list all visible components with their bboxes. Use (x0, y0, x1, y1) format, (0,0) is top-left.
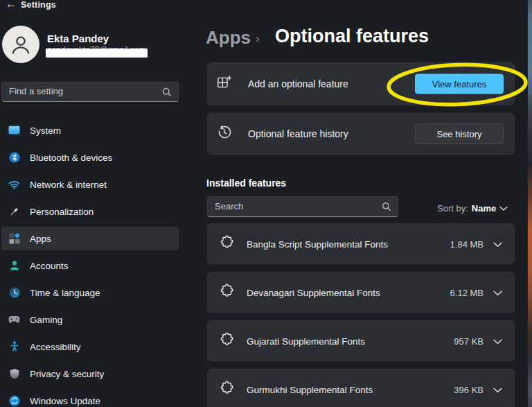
puzzle-icon (219, 332, 233, 349)
chevron-down-icon (499, 202, 508, 214)
profile-name: Ekta Pandey (47, 33, 109, 44)
chevron-down-icon[interactable] (493, 286, 502, 299)
add-optional-feature-card: Add an optional feature View features (207, 62, 515, 105)
search-icon (162, 87, 172, 100)
feature-name: Bangla Script Supplemental Fonts (247, 239, 388, 249)
personalization-icon (8, 206, 20, 218)
person-icon (9, 33, 33, 56)
sidebar-item-system[interactable]: System (1, 119, 179, 142)
feature-size: 1.84 MB (450, 239, 484, 249)
feature-size: 6.12 MB (450, 287, 484, 297)
features-search-input[interactable] (208, 197, 398, 216)
add-feature-icon (217, 76, 231, 93)
sidebar-item-accounts[interactable]: Accounts (1, 254, 179, 277)
puzzle-icon (219, 381, 233, 398)
app-title: Settings (21, 0, 56, 10)
sidebar-item-privacy-security[interactable]: Privacy & security (1, 362, 179, 386)
chevron-down-icon[interactable] (493, 238, 502, 250)
sidebar-item-label: Bluetooth & devices (30, 153, 112, 163)
history-icon (217, 125, 232, 143)
accessibility-icon (8, 341, 20, 353)
see-history-button[interactable]: See history (415, 123, 504, 144)
system-icon (8, 125, 20, 137)
gaming-icon (8, 314, 20, 326)
optional-feature-history-card: Optional feature history See history (207, 113, 515, 155)
puzzle-icon (219, 235, 233, 252)
sidebar-item-time-language[interactable]: Time & language (1, 281, 179, 304)
apps-icon (8, 233, 20, 245)
sidebar-item-apps[interactable]: Apps (1, 227, 179, 250)
feature-row-devanagari[interactable]: Devanagari Supplemental Fonts 6.12 MB (207, 272, 515, 313)
sidebar-item-label: System (30, 125, 61, 136)
accounts-icon (8, 260, 20, 272)
network-icon (8, 179, 20, 191)
search-icon (382, 202, 391, 214)
sidebar-item-accessibility[interactable]: Accessibility (1, 335, 179, 358)
feature-row-gurmukhi[interactable]: Gurmukhi Supplemental Fonts 396 KB (207, 369, 515, 407)
desktop-wallpaper-edge (528, 0, 532, 407)
sort-dropdown[interactable]: Sort by: Name (437, 202, 508, 214)
puzzle-icon (219, 284, 233, 301)
page-title: Optional features (275, 26, 429, 47)
sidebar-item-label: Apps (30, 234, 51, 244)
feature-size: 957 KB (454, 336, 484, 346)
find-a-setting-input[interactable] (2, 83, 178, 101)
sidebar-item-label: Network & internet (30, 180, 107, 190)
sidebar-item-label: Accessibility (30, 342, 81, 352)
bluetooth-icon (8, 152, 20, 164)
windows-update-icon (8, 395, 20, 407)
sidebar-item-label: Privacy & security (30, 369, 104, 379)
feature-name: Gurmukhi Supplemental Fonts (247, 384, 373, 395)
breadcrumb-separator: › (256, 32, 260, 46)
chevron-down-icon[interactable] (493, 335, 502, 347)
email-redaction-bar (46, 49, 148, 58)
installed-features-heading: Installed features (206, 177, 286, 189)
sidebar-item-label: Personalization (30, 207, 94, 217)
find-a-setting-search[interactable] (1, 82, 179, 102)
sidebar-item-label: Gaming (30, 315, 62, 325)
features-search[interactable] (207, 196, 398, 217)
breadcrumb-apps[interactable]: Apps (206, 27, 251, 49)
sort-label: Sort by: (437, 203, 468, 214)
sidebar-item-windows-update[interactable]: Windows Update (1, 389, 179, 407)
feature-name: Gujarati Supplemental Fonts (247, 336, 365, 346)
feature-name: Devanagari Supplemental Fonts (247, 287, 380, 297)
sidebar-item-personalization[interactable]: Personalization (1, 200, 179, 223)
add-feature-label: Add an optional feature (248, 78, 348, 89)
view-features-button[interactable]: View features (415, 74, 504, 94)
time-language-icon (8, 287, 20, 299)
history-label: Optional feature history (248, 128, 348, 139)
feature-size: 396 KB (454, 384, 484, 395)
sidebar-item-label: Windows Update (30, 396, 100, 406)
chevron-down-icon[interactable] (493, 383, 502, 396)
sidebar-item-gaming[interactable]: Gaming (1, 308, 179, 331)
sidebar-item-network-internet[interactable]: Network & internet (1, 173, 179, 196)
feature-row-bangla[interactable]: Bangla Script Supplemental Fonts 1.84 MB (207, 223, 515, 264)
sidebar-item-bluetooth-devices[interactable]: Bluetooth & devices (1, 146, 179, 169)
feature-row-gujarati[interactable]: Gujarati Supplemental Fonts 957 KB (207, 320, 515, 361)
avatar (2, 26, 39, 63)
privacy-icon (8, 368, 20, 380)
back-button[interactable]: ← (6, 0, 17, 10)
sidebar-item-label: Time & language (30, 288, 100, 298)
sidebar-item-label: Accounts (30, 261, 69, 271)
sort-value: Name (472, 203, 496, 214)
